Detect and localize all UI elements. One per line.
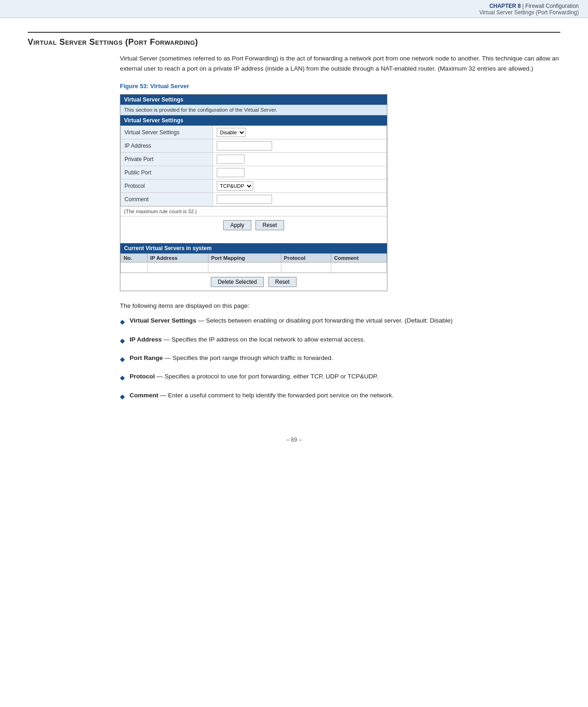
vs-settings-table: Virtual Server Settings Disable Enable I… bbox=[120, 126, 387, 206]
header-subtitle: Virtual Server Settings (Port Forwarding… bbox=[479, 9, 579, 16]
apply-button[interactable]: Apply bbox=[223, 220, 251, 230]
desc-def-1: — Specifies the IP address on the local … bbox=[162, 336, 365, 343]
vs-value-4[interactable]: TCP&UDP TCP UDP bbox=[213, 180, 387, 193]
desc-item-3-text: Protocol — Specifies a protocol to use f… bbox=[130, 371, 378, 382]
vs-value-1[interactable] bbox=[213, 139, 387, 153]
comment-input[interactable] bbox=[217, 195, 272, 204]
vs-label-5: Comment bbox=[121, 193, 213, 206]
delete-selected-button[interactable]: Delete Selected bbox=[211, 277, 264, 287]
desc-def-4: — Enter a useful comment to help identif… bbox=[158, 392, 393, 399]
cvs-th-protocol: Protocol bbox=[281, 254, 331, 263]
public-port-input[interactable] bbox=[217, 168, 244, 177]
desc-item-4-text: Comment — Enter a useful comment to help… bbox=[130, 390, 394, 401]
vs-select-settings[interactable]: Disable Enable bbox=[217, 128, 246, 137]
vs-value-2[interactable] bbox=[213, 153, 387, 166]
vs-row-0: Virtual Server Settings Disable Enable bbox=[121, 126, 387, 139]
vs-label-3: Public Port bbox=[121, 166, 213, 180]
vs-label-0: Virtual Server Settings bbox=[121, 126, 213, 139]
spacer bbox=[120, 234, 387, 239]
cvs-header-row: No. IP Address Port Mapping Protocol Com… bbox=[121, 254, 387, 263]
desc-intro: The following items are displayed on thi… bbox=[120, 302, 560, 309]
vs-label-1: IP Address bbox=[121, 139, 213, 153]
private-port-input[interactable] bbox=[217, 155, 244, 164]
virtual-server-ui-box: Virtual Server Settings This section is … bbox=[120, 94, 387, 291]
vs-apply-reset-buttons: Apply Reset bbox=[120, 216, 387, 234]
page-header: CHAPTER 8 | Firewall Configuration Virtu… bbox=[0, 0, 588, 18]
vs-value-5[interactable] bbox=[213, 193, 387, 206]
vs-note: (The maximum rule count is 32.) bbox=[120, 206, 387, 216]
header-title: Firewall Configuration bbox=[525, 3, 579, 9]
desc-term-0: Virtual Server Settings bbox=[130, 317, 196, 324]
cvs-empty-row bbox=[121, 263, 387, 273]
cvs-reset-button[interactable]: Reset bbox=[268, 277, 297, 287]
cvs-th-ip: IP Address bbox=[147, 254, 208, 263]
bullet-icon-2: ◆ bbox=[120, 354, 125, 364]
cvs-th-comment: Comment bbox=[331, 254, 387, 263]
figure-label: Figure 53: Virtual Server bbox=[120, 83, 560, 90]
cvs-buttons: Delete Selected Reset bbox=[120, 273, 387, 291]
bullet-icon-4: ◆ bbox=[120, 391, 125, 401]
protocol-select[interactable]: TCP&UDP TCP UDP bbox=[217, 181, 253, 191]
vs-row-3: Public Port bbox=[121, 166, 387, 180]
desc-item-1-text: IP Address — Specifies the IP address on… bbox=[130, 335, 365, 345]
vs-title-bar: Virtual Server Settings bbox=[120, 95, 387, 105]
section-divider bbox=[28, 32, 560, 33]
vs-label-4: Protocol bbox=[121, 180, 213, 193]
cvs-th-no: No. bbox=[121, 254, 148, 263]
page-footer: – 89 – bbox=[0, 437, 588, 452]
bullet-icon-0: ◆ bbox=[120, 317, 125, 327]
desc-def-3: — Specifies a protocol to use for port f… bbox=[155, 373, 378, 380]
desc-item-0-text: Virtual Server Settings — Selects betwee… bbox=[130, 316, 453, 326]
bullet-icon-1: ◆ bbox=[120, 336, 125, 346]
header-separator: | bbox=[521, 3, 525, 9]
vs-row-4: Protocol TCP&UDP TCP UDP bbox=[121, 180, 387, 193]
desc-item-0: ◆ Virtual Server Settings — Selects betw… bbox=[120, 316, 560, 327]
desc-term-2: Port Range bbox=[130, 354, 163, 361]
desc-item-2-text: Port Range — Specifies the port range th… bbox=[130, 353, 333, 363]
ip-address-input[interactable] bbox=[217, 141, 272, 150]
desc-term-4: Comment bbox=[130, 392, 158, 399]
vs-row-2: Private Port bbox=[121, 153, 387, 166]
desc-item-4: ◆ Comment — Enter a useful comment to he… bbox=[120, 390, 560, 401]
desc-item-1: ◆ IP Address — Specifies the IP address … bbox=[120, 335, 560, 346]
vs-description: This section is provided for the configu… bbox=[120, 105, 387, 115]
current-vs-table: No. IP Address Port Mapping Protocol Com… bbox=[120, 253, 387, 273]
current-vs-header: Current Virtual Servers in system bbox=[120, 243, 387, 253]
section-title: Virtual Server Settings (Port Forwarding… bbox=[28, 37, 560, 47]
desc-item-2: ◆ Port Range — Specifies the port range … bbox=[120, 353, 560, 364]
desc-item-3: ◆ Protocol — Specifies a protocol to use… bbox=[120, 371, 560, 383]
cvs-th-port: Port Mapping bbox=[208, 254, 281, 263]
description-list: ◆ Virtual Server Settings — Selects betw… bbox=[120, 316, 560, 401]
vs-row-5: Comment bbox=[121, 193, 387, 206]
page-number: – 89 – bbox=[286, 437, 302, 443]
vs-row-1: IP Address bbox=[121, 139, 387, 153]
reset-button[interactable]: Reset bbox=[255, 220, 284, 230]
chapter-label: CHAPTER 8 bbox=[489, 3, 521, 9]
vs-settings-header: Virtual Server Settings bbox=[120, 115, 387, 126]
vs-label-2: Private Port bbox=[121, 153, 213, 166]
main-content: Virtual Server Settings (Port Forwarding… bbox=[0, 18, 588, 427]
desc-term-1: IP Address bbox=[130, 336, 162, 343]
desc-def-0: — Selects between enabling or disabling … bbox=[196, 317, 453, 324]
vs-value-3[interactable] bbox=[213, 166, 387, 180]
intro-text: Virtual Server (sometimes referred to as… bbox=[120, 54, 560, 73]
desc-term-3: Protocol bbox=[130, 373, 155, 380]
desc-def-2: — Specifies the port range through which… bbox=[163, 354, 333, 361]
bullet-icon-3: ◆ bbox=[120, 372, 125, 383]
vs-value-0[interactable]: Disable Enable bbox=[213, 126, 387, 139]
